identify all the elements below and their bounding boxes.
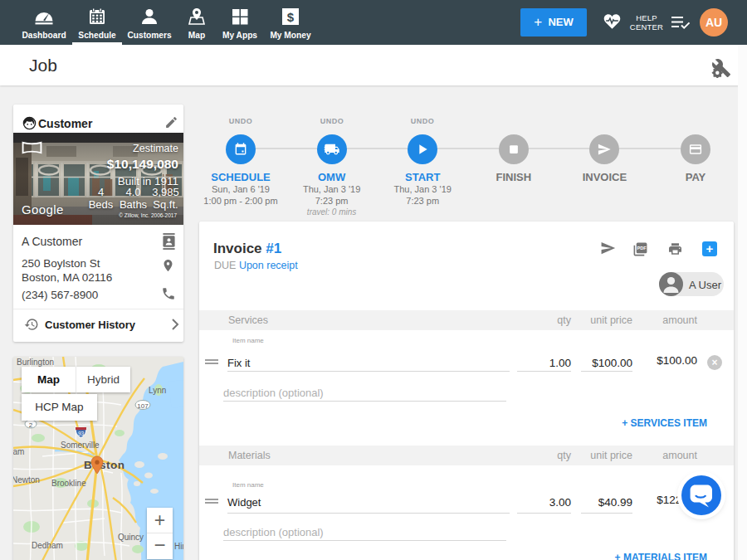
svg-text:107: 107 — [137, 402, 149, 410]
svg-text:2: 2 — [29, 421, 33, 429]
svg-text:Lynn: Lynn — [149, 386, 166, 395]
svg-text:Brookline: Brookline — [51, 479, 86, 488]
svg-text:Boston: Boston — [84, 459, 125, 471]
svg-text:Dedham: Dedham — [32, 541, 63, 550]
svg-text:PDF: PDF — [637, 246, 647, 251]
svg-text:Hin: Hin — [174, 542, 183, 551]
svg-text:Quincy: Quincy — [118, 533, 144, 542]
svg-text:$: $ — [287, 10, 295, 24]
svg-text:Somerville: Somerville — [61, 441, 100, 450]
svg-text:93: 93 — [78, 431, 85, 436]
svg-text:ham: ham — [13, 447, 24, 456]
svg-text:Burlington: Burlington — [17, 358, 54, 367]
svg-text:Newton: Newton — [13, 475, 40, 485]
